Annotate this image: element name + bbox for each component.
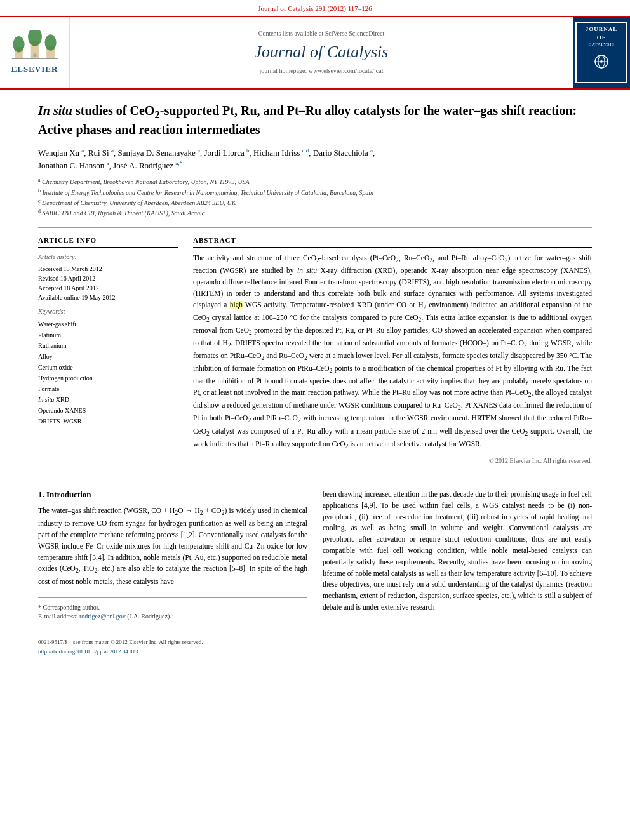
email-note: E-mail address: rodrigez@bnl.gov (J.A. R… bbox=[38, 612, 307, 621]
journal-second-header: ELSEVIER Contents lists available at Sci… bbox=[0, 17, 630, 89]
article-info-abstract-section: ARTICLE INFO Article history: Received 1… bbox=[38, 236, 592, 465]
keyword-8: In situ XRD bbox=[38, 394, 178, 405]
keywords-label: Keywords: bbox=[38, 307, 178, 316]
intro-right-text: been drawing increased attention in the … bbox=[323, 489, 592, 613]
abstract-col: ABSTRACT The activity and structure of t… bbox=[193, 236, 592, 465]
copyright-line: © 2012 Elsevier Inc. All rights reserved… bbox=[193, 457, 592, 465]
article-info-col: ARTICLE INFO Article history: Received 1… bbox=[38, 236, 178, 465]
keyword-4: Alloy bbox=[38, 351, 178, 362]
highlighted-word: high bbox=[230, 301, 243, 309]
jc-logo-subtitle: CATALYSIS bbox=[580, 42, 622, 48]
journal-center-header: Contents lists available at SciVerse Sci… bbox=[70, 17, 573, 88]
elsevier-text: ELSEVIER bbox=[11, 63, 58, 75]
divider-1 bbox=[38, 227, 592, 228]
keyword-5: Cerium oxide bbox=[38, 362, 178, 373]
svg-point-1 bbox=[13, 36, 24, 52]
keyword-3: Ruthenium bbox=[38, 340, 178, 351]
corresponding-author-note: * Corresponding author. bbox=[38, 603, 307, 612]
jc-logo-title: JOURNAL OF bbox=[580, 25, 622, 41]
jc-logo-image-icon bbox=[586, 50, 617, 76]
keyword-7: Formate bbox=[38, 383, 178, 394]
keyword-9: Operando XANES bbox=[38, 405, 178, 416]
abstract-header: ABSTRACT bbox=[193, 236, 592, 248]
bottom-bar: 0021-9517/$ – see front matter © 2012 El… bbox=[0, 634, 630, 659]
revised-date: Revised 16 April 2012 bbox=[38, 274, 178, 283]
keyword-6: Hydrogen production bbox=[38, 373, 178, 383]
elsevier-tree-icon bbox=[10, 30, 60, 62]
divider-2 bbox=[38, 476, 592, 476]
jc-logo-inner: JOURNAL OF CATALYSIS bbox=[575, 22, 627, 83]
svg-point-3 bbox=[28, 30, 42, 46]
affiliations: a Chemistry Department, Brookhaven Natio… bbox=[38, 177, 592, 218]
article-title: In situ studies of CeO2-supported Pt, Ru… bbox=[38, 102, 592, 138]
available-date: Available online 19 May 2012 bbox=[38, 293, 178, 302]
keyword-1: Water-gas shift bbox=[38, 319, 178, 330]
intro-right-col: been drawing increased attention in the … bbox=[323, 489, 592, 622]
intro-left-text: The water–gas shift reaction (WGSR, CO +… bbox=[38, 505, 307, 587]
article-title-italic: In situ bbox=[38, 103, 72, 117]
svg-point-7 bbox=[33, 53, 36, 57]
introduction-section: 1. Introduction The water–gas shift reac… bbox=[38, 489, 592, 622]
keyword-10: DRIFTS–WGSR bbox=[38, 416, 178, 427]
authors-line: Wenqian Xu a, Rui Si a, Sanjaya D. Senan… bbox=[38, 147, 592, 171]
intro-left-col: 1. Introduction The water–gas shift reac… bbox=[38, 489, 307, 622]
journal-main-title: Journal of Catalysis bbox=[255, 41, 389, 63]
article-title-rest: studies of CeO2-supported Pt, Ru, and Pt… bbox=[38, 103, 577, 137]
accepted-date: Accepted 18 April 2012 bbox=[38, 283, 178, 293]
article-info-header: ARTICLE INFO bbox=[38, 236, 178, 248]
main-content: In situ studies of CeO2-supported Pt, Ru… bbox=[0, 90, 630, 634]
received-date: Received 13 March 2012 bbox=[38, 264, 178, 274]
elsevier-logo: ELSEVIER bbox=[10, 30, 60, 75]
svg-point-12 bbox=[600, 60, 603, 63]
journal-logo-box: JOURNAL OF CATALYSIS bbox=[573, 17, 630, 88]
issn-line: 0021-9517/$ – see front matter © 2012 El… bbox=[38, 638, 592, 646]
intro-section-title: 1. Introduction bbox=[38, 489, 307, 500]
svg-point-5 bbox=[44, 34, 56, 50]
sciverse-line: Contents lists available at SciVerse Sci… bbox=[258, 29, 385, 38]
keywords-list: Water-gas shift Platinum Ruthenium Alloy… bbox=[38, 319, 178, 427]
keyword-2: Platinum bbox=[38, 330, 178, 340]
email-address: rodrigez@bnl.gov bbox=[79, 613, 126, 620]
journal-homepage: journal homepage: www.elsevier.com/locat… bbox=[260, 67, 384, 76]
doi-line: http://dx.doi.org/10.1016/j.jcat.2012.04… bbox=[38, 648, 592, 656]
abstract-text: The activity and structure of three CeO2… bbox=[193, 253, 592, 451]
footnotes: * Corresponding author. E-mail address: … bbox=[38, 597, 307, 621]
journal-top-header: Journal of Catalysis 291 (2012) 117–126 bbox=[0, 0, 630, 17]
article-history-label: Article history: bbox=[38, 253, 178, 262]
elsevier-logo-section: ELSEVIER bbox=[0, 17, 70, 88]
